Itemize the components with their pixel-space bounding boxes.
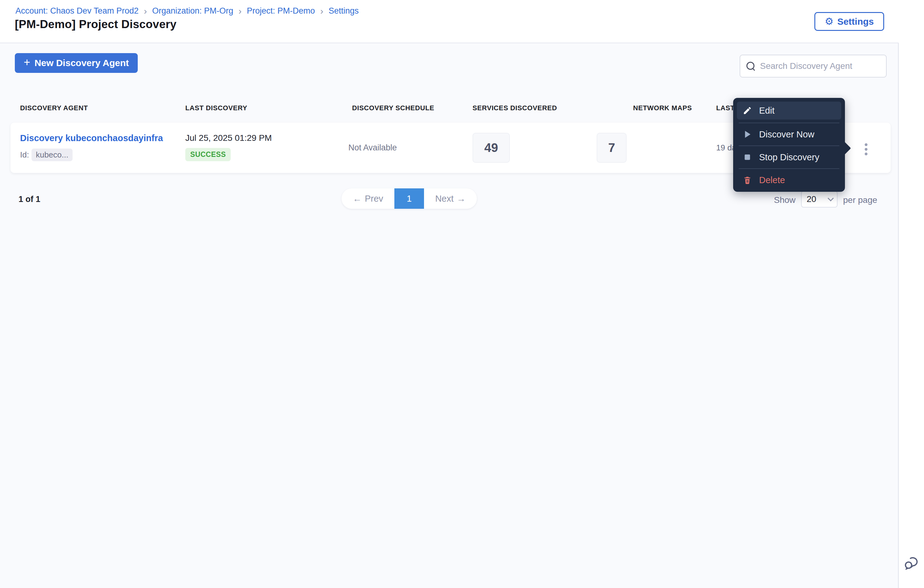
agent-id-value: kubeco... [31,149,73,161]
stop-icon [742,152,752,162]
page-header: Account: Chaos Dev Team Prod2 › Organiza… [0,0,899,43]
page-size-select[interactable]: 20 [801,191,838,208]
network-maps-count: 7 [597,133,627,163]
menu-item-delete[interactable]: Delete [737,172,841,188]
breadcrumb-settings[interactable]: Settings [328,6,359,16]
page-size-value: 20 [807,194,816,204]
pagination-next-button[interactable]: Next → [424,188,477,209]
settings-button[interactable]: ⚙ Settings [814,12,884,31]
row-actions-kebab-icon[interactable] [858,140,873,159]
prev-label: Prev [365,193,383,204]
menu-item-delete-label: Delete [759,175,785,185]
row-actions-menu: Edit Discover Now Stop Discovery [733,98,845,192]
breadcrumb-organization[interactable]: Organization: PM-Org [152,6,233,16]
breadcrumb-account[interactable]: Account: Chaos Dev Team Prod2 [15,6,139,16]
search-input[interactable] [760,61,880,71]
breadcrumb-separator-icon: › [144,7,147,15]
breadcrumb-separator-icon: › [238,7,241,15]
discovery-schedule-value: Not Available [348,143,397,152]
column-header-discovery-agent: DISCOVERY AGENT [20,104,88,112]
column-header-network-maps: NETWORK MAPS [633,104,692,112]
last-discovery-date: Jul 25, 2025 01:29 PM [185,133,272,143]
page-title: [PM-Demo] Project Discovery [15,18,177,31]
pencil-icon [742,106,752,116]
agent-id-label: Id: [20,150,29,160]
pagination-page-1-button[interactable]: 1 [394,188,424,209]
per-page-label: per page [843,195,877,205]
arrow-right-icon: → [457,193,466,204]
status-badge: SUCCESS [185,148,231,161]
breadcrumb: Account: Chaos Dev Team Prod2 › Organiza… [15,6,358,16]
agent-name-link[interactable]: Discovery kubeconchaosdayinfra [20,133,163,143]
search-box [740,55,887,78]
main-content: Account: Chaos Dev Team Prod2 › Organiza… [0,0,899,588]
menu-item-stop-discovery[interactable]: Stop Discovery [737,149,841,165]
gear-icon: ⚙ [825,17,833,26]
search-icon [746,62,755,70]
breadcrumb-separator-icon: › [320,7,323,15]
menu-item-edit-label: Edit [759,106,774,116]
menu-divider [739,145,839,146]
play-icon [742,129,752,139]
chevron-down-icon [828,195,834,202]
column-header-discovery-schedule: DISCOVERY SCHEDULE [352,104,434,112]
settings-button-label: Settings [837,17,874,27]
menu-divider [739,122,839,123]
services-discovered-count: 49 [472,133,510,163]
right-strip [899,0,924,588]
pagination-summary: 1 of 1 [18,195,40,204]
new-discovery-agent-label: New Discovery Agent [35,58,129,68]
arrow-left-icon: ← [353,193,361,204]
menu-item-stop-discovery-label: Stop Discovery [759,152,819,162]
menu-item-edit[interactable]: Edit [737,102,841,119]
trash-icon [742,175,752,185]
agent-id: Id: kubeco... [20,149,73,161]
menu-item-discover-now[interactable]: Discover Now [737,126,841,142]
menu-item-discover-now-label: Discover Now [759,129,814,140]
next-label: Next [435,193,454,204]
project-discovery-page: Account: Chaos Dev Team Prod2 › Organiza… [0,0,924,588]
show-label: Show [774,195,795,205]
column-header-last: LAST [716,104,735,112]
pagination-prev-button[interactable]: ← Prev [342,188,394,209]
breadcrumb-project[interactable]: Project: PM-Demo [247,6,315,16]
pager: ← Prev 1 Next → [342,188,477,209]
plus-icon: + [24,57,30,68]
column-header-services-discovered: SERVICES DISCOVERED [472,104,557,112]
new-discovery-agent-button[interactable]: + New Discovery Agent [15,53,138,73]
chat-support-icon[interactable] [904,556,920,571]
menu-divider [739,168,839,169]
column-header-last-discovery: LAST DISCOVERY [185,104,248,112]
